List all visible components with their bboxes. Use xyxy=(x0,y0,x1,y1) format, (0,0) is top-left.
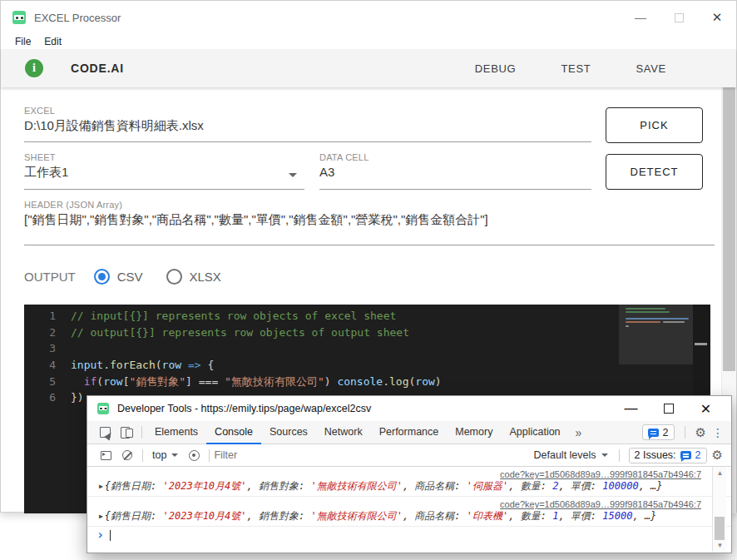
filter-input[interactable] xyxy=(214,449,527,461)
excel-field-label: EXCEL xyxy=(24,106,55,116)
info-icon: i xyxy=(25,59,43,77)
maximize-button[interactable] xyxy=(660,5,698,30)
device-toolbar-icon[interactable] xyxy=(116,422,137,444)
object-preview[interactable]: ▶{銷售日期: '2023年10月4號', 銷售對象: '無敵技術有限公司', … xyxy=(87,509,731,523)
code-line[interactable]: 1// input[{}] represents row objects of … xyxy=(24,308,710,325)
code-text: if(row["銷售對象"] === "無敵技術有限公司") console.l… xyxy=(56,374,442,390)
window-title: EXCEL Processor xyxy=(34,12,121,24)
code-line[interactable]: 3 xyxy=(24,340,710,357)
console-sidebar-icon[interactable] xyxy=(95,444,116,466)
pick-button[interactable]: PICK xyxy=(606,107,703,143)
header-field-label: HEADER (JSON Array) xyxy=(24,200,122,210)
line-number: 2 xyxy=(24,325,56,341)
radio-xlsx[interactable] xyxy=(166,269,182,285)
expander-triangle-icon[interactable]: ▶ xyxy=(99,479,103,493)
inspect-element-icon[interactable] xyxy=(94,422,116,444)
live-expression-eye-icon[interactable] xyxy=(183,444,205,466)
settings-gear-icon[interactable]: ⚙ xyxy=(695,425,706,440)
menu-edit[interactable]: Edit xyxy=(44,36,62,47)
radio-csv-label[interactable]: CSV xyxy=(117,270,143,284)
code-text xyxy=(56,340,71,357)
radio-xlsx-label[interactable]: XLSX xyxy=(190,270,221,284)
minimap-line xyxy=(663,321,685,323)
minimap-line xyxy=(626,321,660,323)
source-link[interactable]: code?key=1d5068d89a9…999f981845a7b4946:7 xyxy=(500,469,701,479)
console-toolbar: top Default levels 2 Issues: 2 ⚙ xyxy=(87,444,731,467)
prompt-chevron-icon: › xyxy=(96,528,104,542)
line-number: 1 xyxy=(24,308,56,325)
more-tabs-icon[interactable]: » xyxy=(569,426,589,439)
code-text: // output[{}] represents row objects of … xyxy=(56,325,409,341)
issues-counter[interactable]: 2 Issues: 2 xyxy=(629,448,707,463)
object-preview[interactable]: ▶{銷售日期: '2023年10月4號', 銷售對象: '無敵技術有限公司', … xyxy=(87,479,731,493)
code-lines: 1// input[{}] represents row objects of … xyxy=(24,305,710,406)
editor-minimap[interactable] xyxy=(619,305,693,364)
save-button[interactable]: SAVE xyxy=(636,62,666,75)
code-line[interactable]: 4input.forEach(row => { xyxy=(24,357,710,374)
test-button[interactable]: TEST xyxy=(561,62,591,75)
code-line[interactable]: 2// output[{}] represents row objects of… xyxy=(24,325,710,341)
devtools-window-title: Developer Tools - https://emily.tips/pag… xyxy=(117,403,371,414)
tab-network[interactable]: Network xyxy=(316,421,371,444)
log-levels-selector[interactable]: Default levels xyxy=(527,449,615,461)
tab-application[interactable]: Application xyxy=(501,421,568,444)
excel-field-underline xyxy=(24,141,591,142)
devtools-maximize-button[interactable] xyxy=(650,399,687,419)
expander-triangle-icon[interactable]: ▶ xyxy=(99,509,103,523)
devtools-titlebar: Developer Tools - https://emily.tips/pag… xyxy=(87,396,731,421)
console-settings-gear-icon[interactable]: ⚙ xyxy=(712,448,731,463)
divider xyxy=(141,426,142,439)
scroll-up-icon[interactable]: ▲ xyxy=(713,469,727,477)
scroll-down-icon[interactable]: ▼ xyxy=(713,542,727,549)
sheet-field-underline xyxy=(24,189,304,190)
line-number: 6 xyxy=(24,389,56,406)
detect-button[interactable]: DETECT xyxy=(606,154,703,190)
dropdown-caret-icon xyxy=(171,453,178,457)
line-number: 3 xyxy=(24,340,56,357)
tab-memory[interactable]: Memory xyxy=(447,421,501,444)
menu-file[interactable]: File xyxy=(15,36,31,47)
devtools-scrollbar-thumb[interactable] xyxy=(715,517,725,540)
tab-performance[interactable]: Performance xyxy=(371,421,448,444)
code-text: }) xyxy=(56,389,84,406)
console-entry: code?key=1d5068d89a9…999f981845a7b4946:7… xyxy=(87,467,731,497)
kebab-menu-icon[interactable]: ⋮ xyxy=(712,426,724,439)
excel-field-value[interactable]: D:\10月設備銷售資料明細表.xlsx xyxy=(24,118,204,134)
close-button[interactable]: ✕ xyxy=(698,5,736,30)
devtools-close-button[interactable]: ✕ xyxy=(687,399,725,419)
debug-button[interactable]: DEBUG xyxy=(475,62,517,75)
issues-badge-count: 2 xyxy=(663,427,669,439)
tab-elements[interactable]: Elements xyxy=(146,421,206,444)
tab-console[interactable]: Console xyxy=(206,421,261,444)
issues-count: 2 xyxy=(695,449,701,461)
sheet-field-label: SHEET xyxy=(24,152,56,162)
context-selector[interactable]: top xyxy=(147,449,183,461)
source-link[interactable]: code?key=1d5068d89a9…999f981845a7b4946:7 xyxy=(500,499,701,509)
devtools-window: Developer Tools - https://emily.tips/pag… xyxy=(87,395,732,553)
sheet-dropdown-arrow-icon[interactable] xyxy=(289,173,297,177)
editor-scrollbar-thumb[interactable] xyxy=(695,343,707,345)
header-field-value[interactable]: ["銷售日期","銷售對象","商品名稱","數量","單價","銷售金額","… xyxy=(24,212,488,228)
divider xyxy=(209,449,210,462)
console-prompt[interactable]: › xyxy=(87,527,731,543)
devtools-scrollbar[interactable]: ▲ ▼ xyxy=(712,467,726,552)
code-line[interactable]: 5 if(row["銷售對象"] === "無敵技術有限公司") console… xyxy=(24,374,710,390)
sheet-select-value[interactable]: 工作表1 xyxy=(24,165,68,181)
issues-badge[interactable]: 2 xyxy=(642,424,675,440)
devtools-tabbar: Elements Console Sources Network Perform… xyxy=(87,421,731,444)
app-scrollbar-thumb[interactable] xyxy=(723,66,735,371)
clear-console-icon[interactable] xyxy=(116,444,138,466)
line-number: 5 xyxy=(24,374,56,390)
devtools-minimize-button[interactable]: — xyxy=(612,399,650,419)
menubar: File Edit xyxy=(1,34,736,49)
code-text: input.forEach(row => { xyxy=(56,357,214,374)
minimap-line xyxy=(626,308,665,310)
app-toolbar: i CODE.AI DEBUG TEST SAVE xyxy=(1,49,736,87)
minimize-button[interactable]: — xyxy=(621,5,660,30)
minimap-line xyxy=(626,325,629,327)
radio-csv[interactable] xyxy=(94,269,110,285)
data-cell-field-underline xyxy=(319,189,591,190)
dropdown-caret-icon xyxy=(601,453,608,457)
tab-sources[interactable]: Sources xyxy=(261,421,316,444)
data-cell-field-value[interactable]: A3 xyxy=(319,165,334,179)
